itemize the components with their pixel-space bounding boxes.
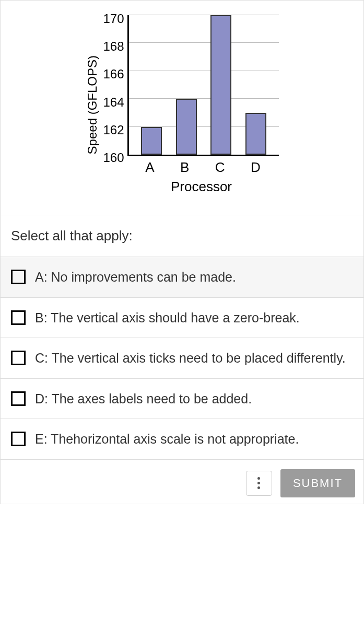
plot-column: A B C D Processor bbox=[124, 15, 279, 195]
bar-c bbox=[210, 15, 231, 155]
quiz-container: Speed (GFLOPS) 170 168 166 164 162 160 bbox=[0, 0, 364, 504]
x-tick: D bbox=[251, 159, 261, 176]
option-c[interactable]: C: The vertical axis ticks need to be pl… bbox=[1, 338, 363, 378]
vertical-dots-icon bbox=[257, 477, 260, 489]
bar-d bbox=[245, 113, 266, 155]
option-b[interactable]: B: The vertical axis should have a zero-… bbox=[1, 297, 363, 338]
bars bbox=[129, 15, 279, 155]
option-label: C: The vertical axis ticks need to be pl… bbox=[35, 350, 353, 367]
option-label: E: Thehorizontal axis scale is not appro… bbox=[35, 431, 353, 448]
checkbox[interactable] bbox=[11, 351, 26, 365]
footer: SUBMIT bbox=[1, 459, 363, 504]
y-axis-label: Speed (GFLOPS) bbox=[85, 55, 100, 154]
bar-a bbox=[141, 127, 162, 155]
option-e[interactable]: E: Thehorizontal axis scale is not appro… bbox=[1, 419, 363, 459]
y-axis-ticks: 170 168 166 164 162 160 bbox=[103, 19, 124, 160]
checkbox[interactable] bbox=[11, 310, 26, 325]
more-options-button[interactable] bbox=[246, 471, 272, 496]
x-axis-label: Processor bbox=[171, 179, 232, 195]
x-tick: A bbox=[145, 159, 154, 176]
checkbox[interactable] bbox=[11, 391, 26, 406]
option-a[interactable]: A: No improvements can be made. bbox=[1, 257, 363, 297]
option-label: B: The vertical axis should have a zero-… bbox=[35, 309, 353, 327]
x-axis-ticks: A B C D bbox=[127, 156, 279, 176]
checkbox[interactable] bbox=[11, 432, 26, 446]
plot-area bbox=[127, 15, 279, 156]
x-tick: B bbox=[180, 159, 189, 176]
chart: Speed (GFLOPS) 170 168 166 164 162 160 bbox=[85, 11, 278, 199]
option-d[interactable]: D: The axes labels need to be added. bbox=[1, 378, 363, 419]
bar-b bbox=[176, 99, 197, 155]
option-label: A: No improvements can be made. bbox=[35, 269, 353, 286]
x-tick: C bbox=[215, 159, 225, 176]
option-label: D: The axes labels need to be added. bbox=[35, 390, 353, 408]
chart-section: Speed (GFLOPS) 170 168 166 164 162 160 bbox=[1, 1, 363, 215]
question-prompt: Select all that apply: bbox=[1, 215, 363, 257]
checkbox[interactable] bbox=[11, 270, 26, 284]
submit-button[interactable]: SUBMIT bbox=[280, 469, 355, 497]
